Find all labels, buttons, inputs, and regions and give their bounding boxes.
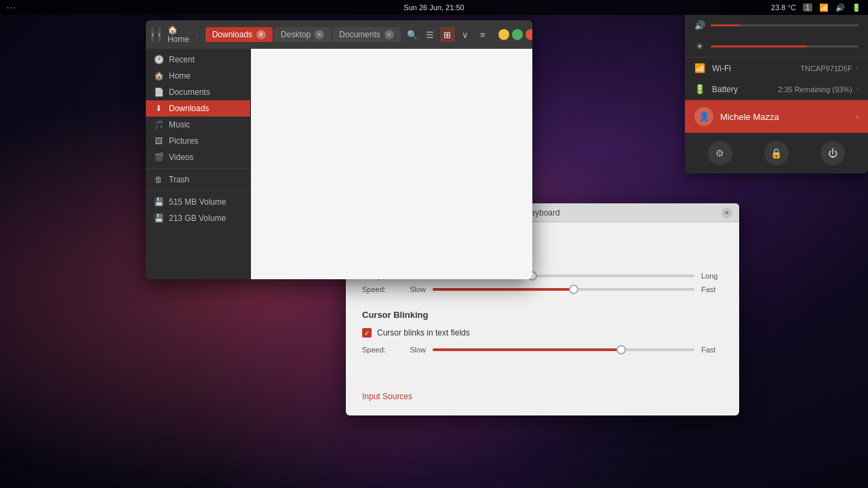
- blink-speed-fill: [433, 348, 621, 351]
- brightness-icon: ☀: [694, 41, 705, 52]
- sidebar-item-recent[interactable]: 🕐 Recent: [146, 52, 250, 68]
- toolbar-icons: 🔍 ☰ ⊞ ∨ ≡: [405, 27, 490, 42]
- speed-fill: [433, 288, 574, 291]
- wifi-row[interactable]: 📶 Wi-Fi TNCAP971D5F ›: [685, 58, 868, 79]
- videos-icon: 🎬: [154, 152, 163, 162]
- topbar: ··· Sun 26 Jun, 21:50 23.8 °C 1 📶 🔊 🔋: [0, 0, 868, 15]
- volume-row: 🔊: [685, 15, 868, 36]
- blink-speed-slider[interactable]: [433, 348, 694, 351]
- notification-panel: 🔊 ☀ 📶 Wi-Fi TNCAP971D5F › 🔋 Battery 2:35…: [685, 15, 868, 174]
- sidebar-item-documents[interactable]: 📄 Documents: [146, 84, 250, 100]
- lock-button[interactable]: 🔒: [764, 141, 789, 165]
- sidebar-item-pictures[interactable]: 🖼 Pictures: [146, 133, 250, 149]
- brightness-row: ☀: [685, 36, 868, 57]
- brightness-fill: [711, 45, 807, 47]
- speed-label: Speed:: [362, 285, 391, 293]
- blink-speed-left-label: Slow: [397, 346, 426, 354]
- list-view-button[interactable]: ☰: [422, 27, 437, 42]
- user-name: Michele Mazza: [720, 112, 850, 122]
- battery-icon: 🔋: [694, 84, 705, 94]
- battery-row[interactable]: 🔋 Battery 2:35 Remaining (93%) ›: [685, 79, 868, 100]
- brightness-slider[interactable]: [711, 45, 859, 47]
- files-body: 🕐 Recent 🏠 Home 📄 Documents ⬇ Downloads …: [146, 49, 532, 279]
- window-controls: [498, 29, 532, 40]
- volume-slider[interactable]: [711, 24, 859, 26]
- power-button[interactable]: ⏻: [821, 141, 845, 165]
- speed-left-label: Slow: [397, 285, 426, 293]
- tab-close-desktop[interactable]: ✕: [315, 30, 324, 39]
- topbar-dots[interactable]: ···: [7, 3, 17, 12]
- blink-speed-label: Speed:: [362, 346, 391, 354]
- speed-slider-row: Speed: Slow Fast: [362, 285, 723, 293]
- volume-icon: 🔊: [694, 20, 705, 30]
- topbar-temp: 23.8 °C: [771, 3, 796, 12]
- sidebar-separator: [146, 168, 250, 169]
- recent-icon: 🕐: [154, 55, 163, 64]
- wifi-icon: 📶: [694, 63, 705, 73]
- documents-icon: 📄: [154, 87, 163, 97]
- menu-button[interactable]: ≡: [475, 27, 490, 42]
- home-breadcrumb[interactable]: 🏠 Home: [165, 25, 192, 44]
- kb-close-button[interactable]: ✕: [722, 207, 732, 218]
- user-chevron-icon: ›: [856, 113, 859, 121]
- pictures-icon: 🖼: [154, 136, 163, 146]
- cursor-blink-checkbox-row[interactable]: ✓ Cursor blinks in text fields: [362, 328, 723, 338]
- tab-desktop[interactable]: Desktop ✕: [274, 27, 331, 42]
- delay-right-label: Long: [701, 272, 723, 280]
- sort-button[interactable]: ∨: [458, 27, 473, 42]
- music-icon: 🎵: [154, 120, 163, 129]
- sidebar-item-volume1[interactable]: 💾 515 MB Volume: [146, 194, 250, 210]
- blink-speed-thumb[interactable]: [616, 345, 626, 354]
- speed-right-label: Fast: [701, 285, 723, 293]
- nav-back-button[interactable]: ‹: [151, 27, 154, 42]
- tab-bar: Downloads ✕ Desktop ✕ Documents ✕: [205, 27, 401, 42]
- sidebar-section-places: 🕐 Recent 🏠 Home 📄 Documents ⬇ Downloads …: [146, 49, 250, 229]
- close-button[interactable]: [526, 29, 532, 40]
- settings-button[interactable]: ⚙: [708, 141, 732, 165]
- user-avatar: 👤: [694, 107, 713, 126]
- sidebar-item-trash[interactable]: 🗑 Trash: [146, 171, 250, 188]
- section-divider: [362, 299, 723, 310]
- tab-close-documents[interactable]: ✕: [384, 30, 394, 39]
- maximize-button[interactable]: [512, 29, 523, 40]
- volume-fill: [711, 24, 741, 26]
- blink-speed-right-label: Fast: [701, 346, 723, 354]
- topbar-battery-icon[interactable]: 🔋: [852, 3, 861, 12]
- files-window: ‹ › 🏠 Home › Downloads ✕ Desktop ✕ Docum…: [146, 20, 532, 279]
- home-icon: 🏠: [154, 71, 163, 81]
- topbar-wifi-icon[interactable]: 📶: [819, 3, 829, 12]
- topbar-vol-icon[interactable]: 🔊: [835, 3, 845, 12]
- topbar-datetime: Sun 26 Jun, 21:50: [403, 3, 464, 12]
- grid-view-button[interactable]: ⊞: [440, 27, 455, 42]
- cursor-blink-checkbox[interactable]: ✓: [362, 328, 372, 338]
- trash-icon: 🗑: [154, 175, 163, 184]
- minimize-button[interactable]: [498, 29, 509, 40]
- sidebar-item-downloads[interactable]: ⬇ Downloads: [146, 100, 250, 117]
- sidebar-separator-2: [146, 190, 250, 191]
- notif-actions: ⚙ 🔒 ⏻: [685, 133, 868, 174]
- sidebar-item-videos[interactable]: 🎬 Videos: [146, 149, 250, 165]
- blink-speed-slider-row: Speed: Slow Fast: [362, 346, 723, 354]
- nav-forward-button[interactable]: ›: [158, 27, 161, 42]
- speed-thumb[interactable]: [569, 285, 578, 294]
- speed-slider[interactable]: [433, 288, 694, 291]
- wifi-chevron-icon: ›: [856, 64, 859, 72]
- user-row[interactable]: 👤 Michele Mazza ›: [685, 100, 868, 133]
- downloads-icon: ⬇: [154, 104, 163, 113]
- sidebar-item-volume2[interactable]: 💾 213 GB Volume: [146, 210, 250, 226]
- topbar-left: ···: [7, 3, 17, 12]
- volume2-icon: 💾: [154, 214, 163, 223]
- input-sources-link[interactable]: Input Sources: [362, 392, 412, 401]
- sidebar: 🕐 Recent 🏠 Home 📄 Documents ⬇ Downloads …: [146, 49, 251, 279]
- tab-close-downloads[interactable]: ✕: [256, 30, 266, 39]
- files-content[interactable]: [251, 49, 532, 279]
- search-button[interactable]: 🔍: [405, 27, 420, 42]
- cursor-blink-label: Cursor blinks in text fields: [377, 328, 470, 338]
- sidebar-item-home[interactable]: 🏠 Home: [146, 68, 250, 84]
- battery-chevron-icon: ›: [856, 85, 859, 93]
- tab-documents[interactable]: Documents ✕: [332, 27, 401, 42]
- sidebar-item-music[interactable]: 🎵 Music: [146, 117, 250, 133]
- cursor-blink-title: Cursor Blinking: [362, 310, 723, 320]
- tab-downloads[interactable]: Downloads ✕: [205, 27, 273, 42]
- files-toolbar: ‹ › 🏠 Home › Downloads ✕ Desktop ✕ Docum…: [146, 20, 532, 49]
